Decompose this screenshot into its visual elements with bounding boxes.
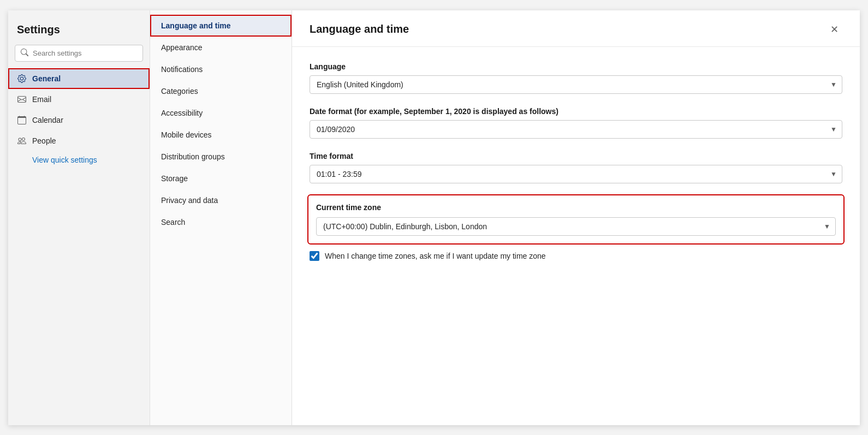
close-button[interactable]: ✕ (826, 21, 842, 38)
search-box[interactable] (15, 45, 143, 62)
timezone-checkbox-row: When I change time zones, ask me if I wa… (310, 251, 842, 261)
view-quick-settings-link[interactable]: View quick settings (8, 151, 150, 169)
date-format-select-wrapper: 01/09/2020 ▼ (310, 120, 842, 139)
time-format-select-wrapper: 01:01 - 23:59 ▼ (310, 165, 842, 183)
people-icon (17, 136, 27, 146)
sidebar-item-people[interactable]: People (8, 130, 150, 151)
timezone-select-wrapper: (UTC+00:00) Dublin, Edinburgh, Lisbon, L… (316, 217, 836, 236)
main-header: Language and time ✕ (292, 10, 860, 47)
email-icon (17, 94, 27, 104)
timezone-group: Current time zone (UTC+00:00) Dublin, Ed… (310, 196, 842, 242)
time-format-group: Time format 01:01 - 23:59 ▼ (310, 152, 842, 183)
timezone-checkbox-label: When I change time zones, ask me if I wa… (325, 252, 546, 260)
sub-nav-item-notifications[interactable]: Notifications (150, 58, 292, 80)
sidebar-item-label-calendar: Calendar (32, 116, 63, 124)
sub-nav-item-mobile-devices[interactable]: Mobile devices (150, 124, 292, 146)
sub-nav-item-language-time[interactable]: Language and time (150, 15, 292, 37)
sidebar-item-label-email: Email (32, 95, 51, 104)
main-body: Language English (United Kingdom) ▼ Date… (292, 47, 860, 425)
timezone-select[interactable]: (UTC+00:00) Dublin, Edinburgh, Lisbon, L… (316, 217, 836, 236)
sub-nav-item-privacy-data[interactable]: Privacy and data (150, 189, 292, 211)
language-select-wrapper: English (United Kingdom) ▼ (310, 75, 842, 94)
sub-nav-item-categories[interactable]: Categories (150, 80, 292, 102)
sidebar-middle: Language and time Appearance Notificatio… (150, 10, 292, 425)
date-format-label: Date format (for example, September 1, 2… (310, 107, 842, 116)
time-format-select[interactable]: 01:01 - 23:59 (310, 165, 842, 183)
date-format-select[interactable]: 01/09/2020 (310, 120, 842, 139)
settings-window: Settings General (8, 10, 860, 425)
timezone-label: Current time zone (316, 203, 836, 212)
sub-nav-item-appearance[interactable]: Appearance (150, 37, 292, 58)
timezone-checkbox[interactable] (310, 251, 319, 261)
sidebar-item-calendar[interactable]: Calendar (8, 110, 150, 130)
sidebar-item-label-people: People (32, 136, 56, 145)
sidebar-item-general[interactable]: General (8, 68, 150, 89)
calendar-icon (17, 115, 27, 125)
search-icon (21, 49, 28, 58)
language-select[interactable]: English (United Kingdom) (310, 75, 842, 94)
gear-icon (17, 74, 27, 84)
main-content-title: Language and time (310, 23, 409, 35)
language-label: Language (310, 62, 842, 71)
time-format-label: Time format (310, 152, 842, 160)
sidebar-title: Settings (8, 19, 150, 45)
main-content: Language and time ✕ Language English (Un… (292, 10, 860, 425)
sub-nav-item-search[interactable]: Search (150, 211, 292, 233)
sub-nav-item-storage[interactable]: Storage (150, 168, 292, 189)
sub-nav-item-accessibility[interactable]: Accessibility (150, 102, 292, 124)
date-format-group: Date format (for example, September 1, 2… (310, 107, 842, 139)
language-group: Language English (United Kingdom) ▼ (310, 62, 842, 94)
sidebar-left: Settings General (8, 10, 150, 425)
sidebar-item-email[interactable]: Email (8, 89, 150, 110)
sub-nav-item-distribution-groups[interactable]: Distribution groups (150, 146, 292, 168)
sidebar-item-label-general: General (32, 74, 61, 83)
search-input[interactable] (33, 49, 137, 57)
